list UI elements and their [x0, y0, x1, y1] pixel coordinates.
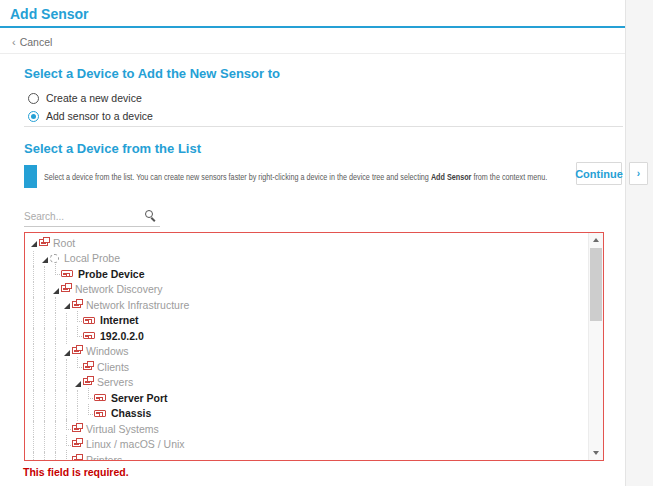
tree-node[interactable]: Windows: [29, 344, 587, 360]
tree-node-label: Windows: [86, 345, 129, 357]
scrollbar-up-icon[interactable]: [589, 233, 604, 247]
tree-guide-line: [55, 421, 66, 437]
tree-node-label: Chassis: [111, 407, 151, 419]
section-heading-select-device-target: Select a Device to Add the New Sensor to: [24, 66, 280, 81]
next-step-button[interactable]: ›: [629, 162, 648, 185]
tree-guide-line: [44, 390, 55, 406]
tree-node-label: Clients: [97, 361, 129, 373]
device-icon: [94, 410, 106, 417]
expand-toggle-icon[interactable]: [29, 238, 37, 247]
tree-guide-line: [77, 390, 88, 406]
tree-node-label: Network Discovery: [75, 283, 163, 295]
scrollbar-thumb[interactable]: [590, 248, 602, 321]
tree-node-label: Servers: [97, 376, 133, 388]
tree-guide-line: [66, 359, 77, 375]
back-chevron-icon: ‹: [12, 36, 16, 48]
tree-node-label: Local Probe: [64, 252, 120, 264]
section-heading-select-device-list: Select a Device from the List: [24, 141, 201, 156]
group-icon: [72, 301, 81, 308]
device-search-field[interactable]: [24, 206, 160, 227]
expand-toggle-icon[interactable]: [62, 347, 70, 356]
title-underline: [0, 26, 625, 28]
tree-node[interactable]: Network Discovery: [29, 282, 587, 298]
radio-add-sensor-to-device[interactable]: Add sensor to a device: [28, 110, 153, 122]
group-icon: [61, 285, 70, 292]
tree-guide-line: [44, 266, 55, 282]
tree-node[interactable]: Printers: [29, 452, 587, 460]
tree-guide-line: [44, 328, 55, 344]
tree-guide-line: [55, 452, 66, 460]
tree-node[interactable]: Network Infrastructure: [29, 297, 587, 313]
expand-toggle-icon[interactable]: [51, 285, 59, 294]
expand-toggle-icon[interactable]: [73, 378, 81, 387]
group-icon: [83, 363, 92, 370]
tree-node[interactable]: Local Probe: [29, 251, 587, 267]
expand-toggle-icon[interactable]: [40, 254, 48, 263]
add-sensor-page: Add Sensor ‹ Cancel Select a Device to A…: [0, 0, 653, 486]
scrollbar-down-icon[interactable]: [589, 446, 604, 460]
tree-connector: [55, 264, 60, 275]
tree-guide-line: [33, 359, 44, 375]
tree-node[interactable]: 192.0.2.0: [29, 328, 587, 344]
tree-node[interactable]: Server Port: [29, 390, 587, 406]
tree-guide-line: [55, 406, 66, 422]
tree-guide-line: [33, 266, 44, 282]
tree-node-label: Linux / macOS / Unix: [86, 438, 185, 450]
radio-button-icon[interactable]: [28, 111, 39, 122]
tree-connector: [77, 357, 82, 368]
tree-guide-line: [55, 390, 66, 406]
tree-guide-line: [33, 421, 44, 437]
continue-button[interactable]: Continue: [576, 162, 622, 185]
radio-create-new-device[interactable]: Create a new device: [28, 92, 142, 104]
device-tree-rows: RootLocal ProbeProbe DeviceNetwork Disco…: [29, 235, 587, 460]
tree-node[interactable]: Root: [29, 235, 587, 251]
radio-label: Add sensor to a device: [46, 110, 153, 122]
tree-guide-line: [33, 437, 44, 453]
tree-node-label: Printers: [86, 454, 122, 460]
tree-connector: [66, 450, 71, 460]
tree-guide-line: [44, 437, 55, 453]
device-icon: [61, 270, 73, 277]
tree-scrollbar[interactable]: [588, 233, 603, 460]
tree-guide-line: [44, 359, 55, 375]
tree-guide-line: [33, 313, 44, 329]
cancel-button[interactable]: ‹ Cancel: [12, 36, 52, 48]
search-input[interactable]: [24, 211, 141, 222]
tree-node[interactable]: Clients: [29, 359, 587, 375]
page-title: Add Sensor: [10, 6, 89, 22]
tree-node[interactable]: Virtual Systems: [29, 421, 587, 437]
section-divider: [24, 126, 623, 127]
tree-node[interactable]: Linux / macOS / Unix: [29, 437, 587, 453]
note-text-after: from the context menu.: [471, 171, 547, 182]
tree-node[interactable]: Servers: [29, 375, 587, 391]
tree-guide-line: [33, 406, 44, 422]
tree-guide-line: [66, 390, 77, 406]
tree-connector: [77, 311, 82, 322]
group-icon: [83, 378, 92, 385]
tree-node[interactable]: Probe Device: [29, 266, 587, 282]
tree-guide-line: [33, 390, 44, 406]
device-icon: [83, 317, 95, 324]
tree-node[interactable]: Chassis: [29, 406, 587, 422]
tree-guide-line: [55, 359, 66, 375]
group-icon: [72, 425, 81, 432]
tree-guide-line: [55, 328, 66, 344]
radio-label: Create a new device: [46, 92, 142, 104]
header-divider: [0, 53, 625, 54]
group-icon: [72, 456, 81, 460]
tree-guide-line: [44, 421, 55, 437]
tree-guide-line: [44, 452, 55, 460]
tree-guide-line: [66, 328, 77, 344]
expand-toggle-icon[interactable]: [62, 300, 70, 309]
tree-guide-line: [55, 375, 66, 391]
tree-guide-line: [33, 375, 44, 391]
device-icon: [94, 394, 106, 401]
tree-node[interactable]: Internet: [29, 313, 587, 329]
radio-button-icon[interactable]: [28, 93, 39, 104]
tree-guide-line: [77, 406, 88, 422]
tree-guide-line: [66, 313, 77, 329]
tree-guide-line: [44, 344, 55, 360]
tree-guide-line: [44, 406, 55, 422]
group-icon: [72, 440, 81, 447]
search-icon[interactable]: [145, 210, 156, 221]
